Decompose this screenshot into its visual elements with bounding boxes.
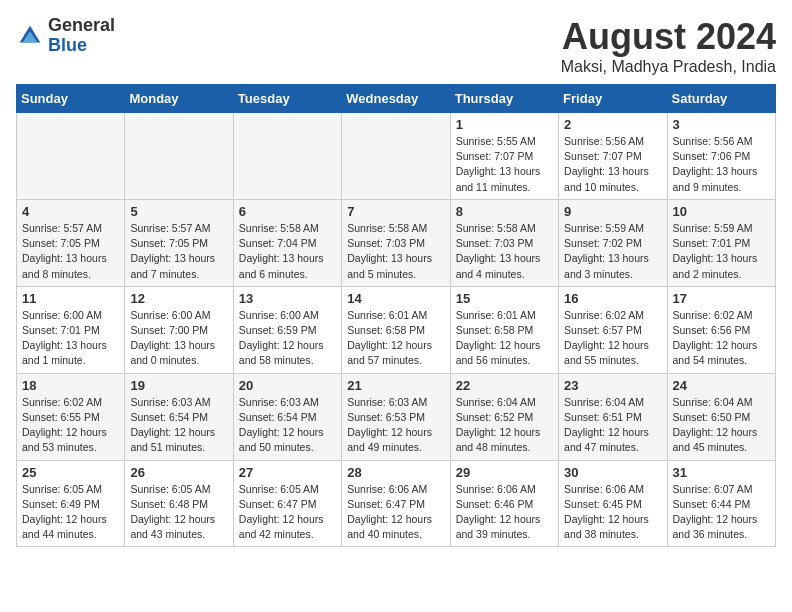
day-number: 6	[239, 204, 336, 219]
calendar-cell: 6Sunrise: 5:58 AMSunset: 7:04 PMDaylight…	[233, 199, 341, 286]
day-number: 21	[347, 378, 444, 393]
calendar-cell	[125, 113, 233, 200]
day-detail: Sunrise: 5:58 AMSunset: 7:04 PMDaylight:…	[239, 221, 336, 282]
calendar-cell: 15Sunrise: 6:01 AMSunset: 6:58 PMDayligh…	[450, 286, 558, 373]
calendar-cell: 8Sunrise: 5:58 AMSunset: 7:03 PMDaylight…	[450, 199, 558, 286]
header-wednesday: Wednesday	[342, 85, 450, 113]
day-detail: Sunrise: 6:04 AMSunset: 6:52 PMDaylight:…	[456, 395, 553, 456]
day-number: 10	[673, 204, 770, 219]
day-number: 8	[456, 204, 553, 219]
logo: General Blue	[16, 16, 115, 56]
day-detail: Sunrise: 6:00 AMSunset: 7:01 PMDaylight:…	[22, 308, 119, 369]
day-number: 18	[22, 378, 119, 393]
day-detail: Sunrise: 5:56 AMSunset: 7:06 PMDaylight:…	[673, 134, 770, 195]
calendar-cell: 9Sunrise: 5:59 AMSunset: 7:02 PMDaylight…	[559, 199, 667, 286]
calendar-cell: 11Sunrise: 6:00 AMSunset: 7:01 PMDayligh…	[17, 286, 125, 373]
day-number: 17	[673, 291, 770, 306]
calendar-cell	[342, 113, 450, 200]
calendar-cell: 22Sunrise: 6:04 AMSunset: 6:52 PMDayligh…	[450, 373, 558, 460]
week-row-4: 18Sunrise: 6:02 AMSunset: 6:55 PMDayligh…	[17, 373, 776, 460]
day-detail: Sunrise: 6:07 AMSunset: 6:44 PMDaylight:…	[673, 482, 770, 543]
day-detail: Sunrise: 6:03 AMSunset: 6:54 PMDaylight:…	[130, 395, 227, 456]
page-title: August 2024	[561, 16, 776, 58]
calendar-cell	[233, 113, 341, 200]
day-number: 9	[564, 204, 661, 219]
header-thursday: Thursday	[450, 85, 558, 113]
calendar-cell: 1Sunrise: 5:55 AMSunset: 7:07 PMDaylight…	[450, 113, 558, 200]
day-detail: Sunrise: 5:57 AMSunset: 7:05 PMDaylight:…	[22, 221, 119, 282]
header-sunday: Sunday	[17, 85, 125, 113]
day-detail: Sunrise: 5:59 AMSunset: 7:02 PMDaylight:…	[564, 221, 661, 282]
day-detail: Sunrise: 6:06 AMSunset: 6:46 PMDaylight:…	[456, 482, 553, 543]
day-detail: Sunrise: 5:55 AMSunset: 7:07 PMDaylight:…	[456, 134, 553, 195]
calendar-cell: 30Sunrise: 6:06 AMSunset: 6:45 PMDayligh…	[559, 460, 667, 547]
calendar-cell: 23Sunrise: 6:04 AMSunset: 6:51 PMDayligh…	[559, 373, 667, 460]
day-number: 19	[130, 378, 227, 393]
day-detail: Sunrise: 5:58 AMSunset: 7:03 PMDaylight:…	[456, 221, 553, 282]
day-detail: Sunrise: 5:57 AMSunset: 7:05 PMDaylight:…	[130, 221, 227, 282]
calendar-cell: 21Sunrise: 6:03 AMSunset: 6:53 PMDayligh…	[342, 373, 450, 460]
calendar-cell: 29Sunrise: 6:06 AMSunset: 6:46 PMDayligh…	[450, 460, 558, 547]
week-row-5: 25Sunrise: 6:05 AMSunset: 6:49 PMDayligh…	[17, 460, 776, 547]
calendar-cell: 24Sunrise: 6:04 AMSunset: 6:50 PMDayligh…	[667, 373, 775, 460]
header-tuesday: Tuesday	[233, 85, 341, 113]
day-detail: Sunrise: 6:02 AMSunset: 6:55 PMDaylight:…	[22, 395, 119, 456]
day-number: 30	[564, 465, 661, 480]
day-number: 13	[239, 291, 336, 306]
day-number: 14	[347, 291, 444, 306]
calendar-cell: 31Sunrise: 6:07 AMSunset: 6:44 PMDayligh…	[667, 460, 775, 547]
calendar-cell: 19Sunrise: 6:03 AMSunset: 6:54 PMDayligh…	[125, 373, 233, 460]
calendar-cell: 7Sunrise: 5:58 AMSunset: 7:03 PMDaylight…	[342, 199, 450, 286]
day-number: 23	[564, 378, 661, 393]
header: General Blue August 2024 Maksi, Madhya P…	[16, 16, 776, 76]
calendar-cell: 3Sunrise: 5:56 AMSunset: 7:06 PMDaylight…	[667, 113, 775, 200]
calendar-table: SundayMondayTuesdayWednesdayThursdayFrid…	[16, 84, 776, 547]
calendar-cell: 4Sunrise: 5:57 AMSunset: 7:05 PMDaylight…	[17, 199, 125, 286]
day-detail: Sunrise: 6:00 AMSunset: 6:59 PMDaylight:…	[239, 308, 336, 369]
logo-blue-text: Blue	[48, 36, 115, 56]
day-detail: Sunrise: 6:03 AMSunset: 6:54 PMDaylight:…	[239, 395, 336, 456]
calendar-cell: 12Sunrise: 6:00 AMSunset: 7:00 PMDayligh…	[125, 286, 233, 373]
calendar-header-row: SundayMondayTuesdayWednesdayThursdayFrid…	[17, 85, 776, 113]
day-number: 15	[456, 291, 553, 306]
day-number: 22	[456, 378, 553, 393]
page-subtitle: Maksi, Madhya Pradesh, India	[561, 58, 776, 76]
day-detail: Sunrise: 6:05 AMSunset: 6:49 PMDaylight:…	[22, 482, 119, 543]
day-detail: Sunrise: 6:02 AMSunset: 6:57 PMDaylight:…	[564, 308, 661, 369]
day-detail: Sunrise: 6:06 AMSunset: 6:45 PMDaylight:…	[564, 482, 661, 543]
calendar-cell: 17Sunrise: 6:02 AMSunset: 6:56 PMDayligh…	[667, 286, 775, 373]
day-number: 25	[22, 465, 119, 480]
calendar-cell: 10Sunrise: 5:59 AMSunset: 7:01 PMDayligh…	[667, 199, 775, 286]
logo-icon	[16, 22, 44, 50]
calendar-cell: 26Sunrise: 6:05 AMSunset: 6:48 PMDayligh…	[125, 460, 233, 547]
calendar-cell: 25Sunrise: 6:05 AMSunset: 6:49 PMDayligh…	[17, 460, 125, 547]
calendar-cell: 13Sunrise: 6:00 AMSunset: 6:59 PMDayligh…	[233, 286, 341, 373]
calendar-cell: 28Sunrise: 6:06 AMSunset: 6:47 PMDayligh…	[342, 460, 450, 547]
day-detail: Sunrise: 6:05 AMSunset: 6:48 PMDaylight:…	[130, 482, 227, 543]
day-detail: Sunrise: 5:59 AMSunset: 7:01 PMDaylight:…	[673, 221, 770, 282]
day-detail: Sunrise: 6:06 AMSunset: 6:47 PMDaylight:…	[347, 482, 444, 543]
calendar-cell: 20Sunrise: 6:03 AMSunset: 6:54 PMDayligh…	[233, 373, 341, 460]
week-row-3: 11Sunrise: 6:00 AMSunset: 7:01 PMDayligh…	[17, 286, 776, 373]
day-number: 24	[673, 378, 770, 393]
day-number: 12	[130, 291, 227, 306]
logo-general-text: General	[48, 16, 115, 36]
header-saturday: Saturday	[667, 85, 775, 113]
day-number: 16	[564, 291, 661, 306]
day-number: 1	[456, 117, 553, 132]
week-row-1: 1Sunrise: 5:55 AMSunset: 7:07 PMDaylight…	[17, 113, 776, 200]
day-detail: Sunrise: 6:04 AMSunset: 6:51 PMDaylight:…	[564, 395, 661, 456]
day-detail: Sunrise: 6:00 AMSunset: 7:00 PMDaylight:…	[130, 308, 227, 369]
header-friday: Friday	[559, 85, 667, 113]
day-detail: Sunrise: 5:56 AMSunset: 7:07 PMDaylight:…	[564, 134, 661, 195]
day-number: 27	[239, 465, 336, 480]
day-detail: Sunrise: 6:04 AMSunset: 6:50 PMDaylight:…	[673, 395, 770, 456]
day-number: 2	[564, 117, 661, 132]
day-number: 5	[130, 204, 227, 219]
calendar-cell: 16Sunrise: 6:02 AMSunset: 6:57 PMDayligh…	[559, 286, 667, 373]
day-detail: Sunrise: 6:02 AMSunset: 6:56 PMDaylight:…	[673, 308, 770, 369]
day-detail: Sunrise: 5:58 AMSunset: 7:03 PMDaylight:…	[347, 221, 444, 282]
day-number: 26	[130, 465, 227, 480]
day-detail: Sunrise: 6:01 AMSunset: 6:58 PMDaylight:…	[347, 308, 444, 369]
day-number: 3	[673, 117, 770, 132]
